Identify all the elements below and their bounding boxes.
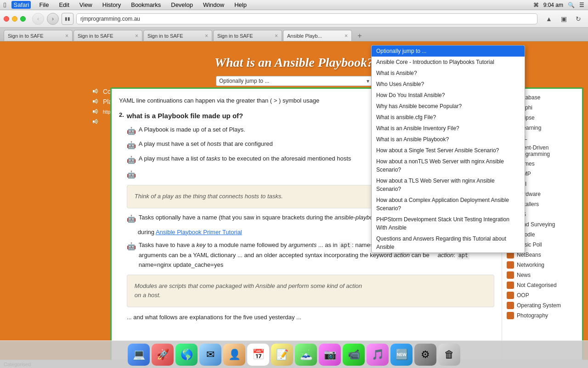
address-bar[interactable]: rjmprogramming.com.au [76,13,537,24]
sidebar-cat-photography[interactable]: Photography [505,310,579,321]
list-icon[interactable]: ☰ [579,2,584,8]
cat-label-photography: Photography [517,312,548,319]
dropdown-item-5[interactable]: Why has Ansible become Popular? [372,101,525,112]
cat-label-networking: Networking [517,262,544,268]
speaker-icon-2: 🕫 [92,98,99,106]
dock-notes[interactable]: 📝 [271,344,293,366]
dropdown-item-10[interactable]: How about a nonTLS Web Server with nginx… [372,156,525,175]
tab-1[interactable]: Sign in to SAFE × [4,30,73,41]
dock-calendar[interactable]: 📅 [247,344,269,366]
tab-5-active[interactable]: Ansible Playb... × [283,30,352,41]
cat-label-news: News [517,272,531,278]
menu-edit[interactable]: Edit [57,1,71,9]
browser-toolbar: ‹ › ▮▮ rjmprogramming.com.au ▲ ▣ ↻ [0,10,588,28]
menu-file[interactable]: File [37,1,51,9]
mac-menubar:  Safari File Edit View History Bookmark… [0,0,588,10]
dock-facetime[interactable]: 📹 [343,344,365,366]
dock-maps[interactable]: 🗻 [295,344,317,366]
close-button[interactable] [4,16,9,22]
dropdown-item-1[interactable]: Ansible Core - Introduction to Playbooks… [372,57,525,68]
tab-5-close[interactable]: × [345,33,348,39]
dropdown-item-14[interactable]: Questions and Answers Regarding this Tut… [372,233,525,253]
tab-3-close[interactable]: × [205,33,208,39]
emoji-2: 🤖 [127,139,136,151]
menu-view[interactable]: View [78,1,94,9]
menu-window[interactable]: Window [201,1,226,9]
dock-photos[interactable]: 📷 [319,344,341,366]
tab-1-label: Sign in to SAFE [8,33,44,39]
tab-2[interactable]: Sign in to SAFE × [74,30,142,41]
quote-2-text: Modules are scripts that come packaged w… [135,282,362,299]
dropdown-item-12[interactable]: How about a Complex Application Deployme… [372,195,525,214]
dropdown-item-8[interactable]: What is an Ansible Playbook? [372,134,525,145]
menu-help[interactable]: Help [232,1,249,9]
dock-itunes[interactable]: 🎵 [367,344,389,366]
maximize-button[interactable] [20,16,26,22]
dock-contacts[interactable]: 👤 [223,344,245,366]
emoji-1: 🤖 [127,125,136,137]
dock-trash[interactable]: 🗑 [438,344,460,366]
speaker-icon-3: 🕫 [92,108,99,116]
dropdown-item-3[interactable]: Who Uses Ansible? [372,79,525,90]
search-icon[interactable]: 🔍 [568,2,575,8]
menu-bookmarks[interactable]: Bookmarks [129,1,163,9]
para-plays-text: A Playbook is made up of a set of Plays. [139,125,245,135]
reader-view-button[interactable]: ▮▮ [62,13,74,25]
sidebar-cat-networking[interactable]: Networking [505,260,579,270]
dock-mail[interactable]: ✉ [199,344,221,366]
apple-logo[interactable]:  [4,1,6,9]
dock-finder[interactable]: 💻 [128,344,150,366]
tab-5-label: Ansible Playb... [287,33,322,39]
dropdown-item-6[interactable]: What is ansible.cfg File? [372,112,525,123]
minimize-button[interactable] [12,16,17,22]
forward-button[interactable]: › [47,13,59,25]
dropdown-item-0[interactable]: Optionally jump to ... [372,46,525,57]
dropdown-item-11[interactable]: How about a TLS Web Server with nginx An… [372,175,525,195]
cat-icon-networking [507,261,514,269]
jump-to-select[interactable]: Optionally jump to ... Ansible Core - In… [216,76,372,86]
dropdown-item-4[interactable]: How Do You Install Ansible? [372,90,525,101]
menu-items: Safari File Edit View History Bookmarks … [11,1,248,9]
dock-system-prefs[interactable]: ⚙ [414,344,436,366]
dock-launchpad[interactable]: 🚀 [152,344,174,366]
page-background: What is an Ansible Playbook? Optionally … [0,41,588,368]
back-button[interactable]: ‹ [32,13,44,25]
tab-3[interactable]: Sign in to SAFE × [143,30,212,41]
sidebar-cat-news[interactable]: News [505,270,579,280]
toolbar-right: ▲ ▣ ↻ [543,13,584,25]
tab-4[interactable]: Sign in to SAFE × [213,30,282,41]
menu-develop[interactable]: Develop [169,1,195,9]
new-tab-button[interactable]: ↻ [572,13,584,25]
emoji-4: 🤖 [127,169,136,181]
cat-icon-news [507,271,514,279]
tab-4-close[interactable]: × [275,33,278,39]
menu-safari[interactable]: Safari [11,1,31,9]
sidebar-cat-os[interactable]: Operating System [505,300,579,310]
tab-3-label: Sign in to SAFE [147,33,183,39]
tab-view-button[interactable]: ▣ [558,13,570,25]
cat-icon-os [507,302,514,309]
tab-add-button[interactable]: + [355,31,365,41]
menu-history[interactable]: History [101,1,123,9]
tab-4-label: Sign in to SAFE [217,33,253,39]
tabs-bar: Sign in to SAFE × Sign in to SAFE × Sign… [0,28,588,41]
primer-link[interactable]: Ansible Playbook Primer Tutorial [156,229,242,236]
dock-safari[interactable]: 🌎 [175,344,198,366]
traffic-lights [4,16,26,22]
dropdown-item-2[interactable]: What is Ansible? [372,68,525,79]
dropdown-menu-popup: Optionally jump to ... Ansible Core - In… [371,45,525,253]
share-button[interactable]: ▲ [543,13,555,25]
cat-icon-photography [507,312,514,319]
dropdown-item-7[interactable]: What is an Ansible Inventory File? [372,123,525,134]
cat-label-os: Operating System [517,302,561,309]
sidebar-cat-oop[interactable]: OOP [505,290,579,300]
sidebar-cat-not-categorised[interactable]: Not Categorised [505,280,579,290]
dropdown-item-9[interactable]: How about a Single Test Server Ansible S… [372,145,525,156]
browser-window: ‹ › ▮▮ rjmprogramming.com.au ▲ ▣ ↻ Sign … [0,10,588,368]
dock-appstore[interactable]: 🆕 [390,344,413,366]
tab-1-close[interactable]: × [65,33,68,39]
time-display: 9:04 am [543,2,563,8]
tab-2-close[interactable]: × [135,33,138,39]
dropdown-item-13[interactable]: PHPStorm Development Stack Unit Testing … [372,214,525,233]
cat-icon-oop [507,292,514,299]
